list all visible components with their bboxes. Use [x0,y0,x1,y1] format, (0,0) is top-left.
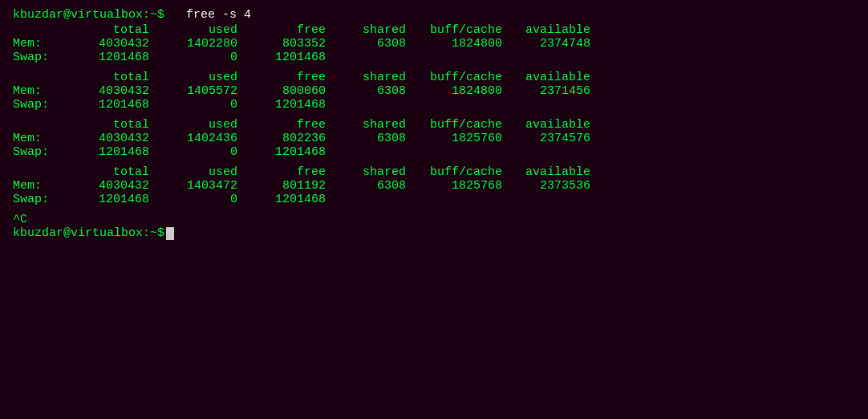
table-row: Mem: 4030432 1403472 801192 6308 1825768… [13,179,590,193]
mem-buffcache-1: 1824800 [406,37,502,51]
free-table-1: total used free shared buff/cache availa… [13,23,590,64]
swap-shared-1 [326,51,406,64]
col-header-free-1: free [237,23,326,37]
ctrlc-text: ^C [13,213,27,226]
col-header-total-1: total [61,23,149,37]
swap-available-1 [502,51,590,64]
table-row: Mem: 4030432 1402436 802236 6308 1825760… [13,132,590,145]
final-prompt: kbuzdar@virtualbox:~$ [13,226,164,240]
table-row: Mem: 4030432 1402280 803352 6308 1824800… [13,37,590,51]
cursor [166,227,174,240]
mem-total-1: 4030432 [61,37,149,51]
free-table-2: total used free shared buff/cache availa… [13,71,590,112]
swap-buffcache-1 [406,51,502,64]
mem-free-1: 803352 [237,37,326,51]
swap-used-1: 0 [149,51,237,64]
free-output-2: total used free shared buff/cache availa… [13,71,855,112]
col-header-buffcache-1: buff/cache [406,23,502,37]
col-header-used-1: used [149,23,237,37]
free-output-1: total used free shared buff/cache availa… [13,23,855,64]
table-row: Swap: 1201468 0 1201468 [13,193,590,206]
col-header-label-1 [13,23,61,37]
table-row: Swap: 1201468 0 1201468 [13,51,590,64]
free-table-4: total used free shared buff/cache availa… [13,165,590,206]
mem-available-1: 2374748 [502,37,590,51]
mem-label-1: Mem: [13,37,61,51]
col-header-available-1: available [502,23,590,37]
col-header-shared-1: shared [326,23,406,37]
command-line: kbuzdar@virtualbox:~$ free -s 4 [13,8,855,22]
table-row: Swap: 1201468 0 1201468 [13,98,590,112]
free-output-3: total used free shared buff/cache availa… [13,118,855,159]
swap-free-1: 1201468 [237,51,326,64]
terminal: kbuzdar@virtualbox:~$ free -s 4 total us… [13,8,855,411]
ctrlc-line: ^C [13,213,855,226]
final-prompt-line: kbuzdar@virtualbox:~$ [13,226,855,240]
swap-label-1: Swap: [13,51,61,64]
free-table-3: total used free shared buff/cache availa… [13,118,590,159]
free-output-4: total used free shared buff/cache availa… [13,165,855,206]
mem-shared-1: 6308 [326,37,406,51]
command-text: free -s 4 [186,8,251,22]
table-row: Mem: 4030432 1405572 800060 6308 1824800… [13,84,590,98]
mem-used-1: 1402280 [149,37,237,51]
table-row: Swap: 1201468 0 1201468 [13,145,590,159]
prompt1: kbuzdar@virtualbox:~$ [13,8,164,22]
swap-total-1: 1201468 [61,51,149,64]
